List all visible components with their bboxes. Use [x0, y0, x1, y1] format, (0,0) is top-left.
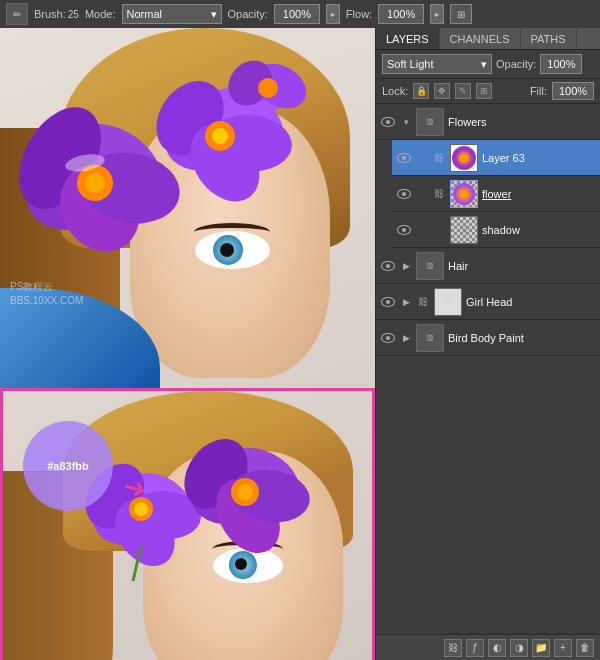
tab-layers[interactable]: LAYERS [376, 28, 440, 49]
lock-label: Lock: [382, 85, 408, 97]
layer-thumb-flowers: ▥ [416, 108, 444, 136]
watermark: PS教程云 BBS.10XX.COM [10, 280, 83, 308]
panel-bottom: ⛓ ƒ ◐ ◑ 📁 + 🗑 [376, 634, 600, 660]
layer-name-shadow: shadow [482, 224, 596, 236]
move-icon[interactable]: ✥ [434, 83, 450, 99]
blend-mode-dropdown[interactable]: Soft Light ▾ [382, 54, 492, 74]
mode-label: Mode: [85, 8, 116, 20]
eye-toggle-flowers[interactable] [380, 114, 396, 130]
adjustment-button[interactable]: ◑ [510, 639, 528, 657]
layer-name-birdbodypaint: Bird Body Paint [448, 332, 596, 344]
tab-paths[interactable]: PATHS [521, 28, 577, 49]
panel-tabs: LAYERS CHANNELS PATHS [376, 28, 600, 50]
layer-thumb-birdbodypaint: ▥ [416, 324, 444, 352]
layer-row-birdbodypaint[interactable]: ▶ ▥ Bird Body Paint [376, 320, 600, 356]
flow-label: Flow: [346, 8, 372, 20]
layer-row-shadow[interactable]: ▒ shadow [392, 212, 600, 248]
delete-button[interactable]: 🗑 [576, 639, 594, 657]
chain-icon-flower: ⛓ [432, 187, 446, 201]
expand-arrow-hair[interactable]: ▶ [400, 260, 412, 272]
layer-row-hair[interactable]: ▶ ▥ Hair [376, 248, 600, 284]
mode-dropdown[interactable]: Normal ▾ [122, 4, 222, 24]
brush-size-value: 25 [68, 9, 79, 20]
eye-toggle-girlhead[interactable] [380, 294, 396, 310]
opacity-value[interactable]: 100% [540, 54, 582, 74]
lock-icon[interactable]: 🔒 [413, 83, 429, 99]
edit-button[interactable]: ⊞ [450, 4, 472, 24]
eye-lashes [194, 223, 270, 241]
blend-bar: Soft Light ▾ Opacity: 100% [376, 50, 600, 79]
layer-thumb-girlhead: ' [434, 288, 462, 316]
opacity-label: Opacity: [496, 58, 536, 70]
folder-button[interactable]: 📁 [532, 639, 550, 657]
eye-toggle-flower[interactable] [396, 186, 412, 202]
chain-icon-girlhead: ⛓ [416, 295, 430, 309]
layer-name-flowers: Flowers [448, 116, 596, 128]
flow-field[interactable]: 100% [378, 4, 424, 24]
expand-arrow-birdbodypaint[interactable]: ▶ [400, 332, 412, 344]
eye-toggle-hair[interactable] [380, 258, 396, 274]
layer-thumb-layer63 [450, 144, 478, 172]
canvas-area: PS教程云 BBS.10XX.COM [0, 28, 375, 660]
bottom-preview: #a83fbb ➜ [0, 388, 375, 660]
layer-name-layer63: Layer 63 [482, 152, 596, 164]
layer-thumb-shadow: ▒ [450, 216, 478, 244]
eye-toggle-shadow[interactable] [396, 222, 412, 238]
layer-row-girlhead[interactable]: ▶ ⛓ ' Girl Head [376, 284, 600, 320]
brush-tool-icon[interactable]: ✏ [6, 3, 28, 25]
chain-icon-layer63: ⛓ [432, 151, 446, 165]
layer-row-flower[interactable]: ⛓ flower [392, 176, 600, 212]
layer-thumb-hair: ▥ [416, 252, 444, 280]
all-lock-icon[interactable]: ⊞ [476, 83, 492, 99]
fill-value[interactable]: 100% [552, 82, 594, 100]
eye-pupil [220, 243, 234, 257]
layer-name-girlhead: Girl Head [466, 296, 596, 308]
fill-label: Fill: [530, 85, 547, 97]
expand-arrow-flowers[interactable]: ▾ [400, 116, 412, 128]
flow-arrow[interactable]: ▸ [430, 4, 444, 24]
opacity-label: Opacity: [228, 8, 268, 20]
layer-row-flowers[interactable]: ▾ ▥ Flowers [376, 104, 600, 140]
expand-arrow-girlhead[interactable]: ▶ [400, 296, 412, 308]
brush-label: Brush: [34, 8, 66, 20]
link-button[interactable]: ⛓ [444, 639, 462, 657]
fx-button[interactable]: ƒ [466, 639, 484, 657]
svg-point-33 [237, 484, 253, 500]
brush-lock-icon[interactable]: ✎ [455, 83, 471, 99]
new-layer-button[interactable]: + [554, 639, 572, 657]
color-bubble: #a83fbb [23, 421, 113, 511]
mask-button[interactable]: ◐ [488, 639, 506, 657]
main-illustration: PS教程云 BBS.10XX.COM [0, 28, 375, 388]
layer-thumb-flower [450, 180, 478, 208]
layer-name-flower: flower [482, 188, 596, 200]
opacity-arrow[interactable]: ▸ [326, 4, 340, 24]
toolbar: ✏ Brush: 25 Mode: Normal ▾ Opacity: 100%… [0, 0, 600, 28]
layers-panel: LAYERS CHANNELS PATHS Soft Light ▾ Opaci… [375, 28, 600, 660]
eye-toggle-birdbodypaint[interactable] [380, 330, 396, 346]
eye-toggle-layer63[interactable] [396, 150, 412, 166]
tab-channels[interactable]: CHANNELS [440, 28, 521, 49]
lock-bar: Lock: 🔒 ✥ ✎ ⊞ Fill: 100% [376, 79, 600, 104]
layer-name-hair: Hair [448, 260, 596, 272]
opacity-field[interactable]: 100% [274, 4, 320, 24]
layer-row-layer63[interactable]: ⛓ Layer 63 [392, 140, 600, 176]
